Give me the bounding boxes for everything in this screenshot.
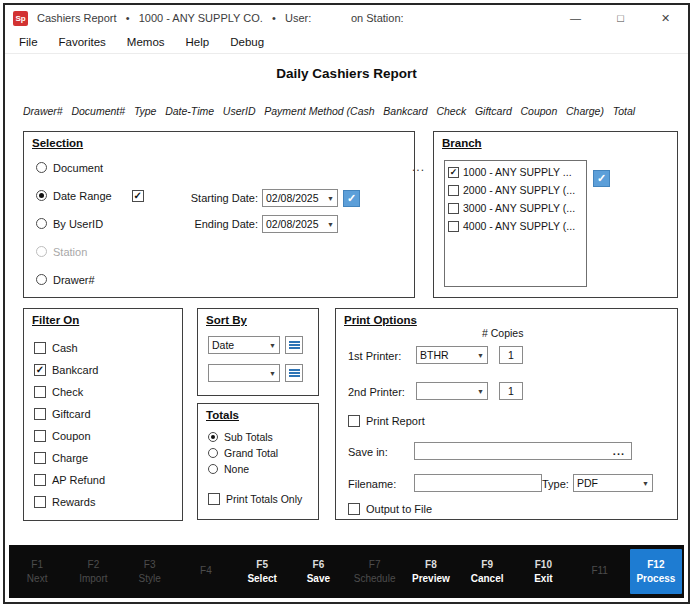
checkbox-icon (448, 167, 459, 178)
starting-date-apply-check-button[interactable]: ✓ (343, 190, 360, 207)
radio-drawer[interactable]: Drawer# (36, 272, 144, 287)
branch-item-2000-any-supply[interactable]: 2000 - ANY SUPPLY (... (448, 183, 583, 197)
menu-file[interactable]: File (19, 36, 38, 48)
chevron-down-icon: ▼ (324, 195, 337, 202)
fn-key-label: Save (307, 573, 330, 584)
fn-key-text: F11 (591, 565, 608, 576)
branch-item-label: 2000 - ANY SUPPLY (... (463, 184, 575, 196)
filter-label: Rewards (52, 496, 95, 508)
second-printer-combobox[interactable]: ▼ (416, 382, 488, 400)
sort-list-icon[interactable] (285, 364, 303, 382)
ending-date-label: Ending Date: (172, 218, 258, 230)
filter-rewards[interactable]: Rewards (34, 495, 105, 509)
filter-ap-refund[interactable]: AP Refund (34, 473, 105, 487)
menu-help[interactable]: Help (186, 36, 210, 48)
sort-by-first-combobox[interactable]: Date ▼ (208, 336, 280, 354)
totals-options: Sub TotalsGrand TotalNone (208, 431, 278, 475)
sort-by-second-combobox[interactable]: ▼ (208, 364, 280, 382)
branch-item-4000-any-supply[interactable]: 4000 - ANY SUPPLY (... (448, 219, 583, 233)
fn-f6-save[interactable]: F6Save (290, 545, 346, 598)
close-button[interactable]: ✕ (643, 5, 688, 31)
save-in-input[interactable] (415, 443, 631, 459)
first-printer-combobox[interactable]: BTHR ▼ (416, 346, 488, 364)
totals-group: Totals Sub TotalsGrand TotalNone Print T… (197, 403, 319, 520)
browse-button[interactable]: ... (610, 443, 628, 459)
minimize-button[interactable]: — (553, 5, 598, 31)
menu-favorites[interactable]: Favorites (59, 36, 106, 48)
totals-grand-total[interactable]: Grand Total (208, 447, 278, 459)
branch-listbox[interactable]: 1000 - ANY SUPPLY ...2000 - ANY SUPPLY (… (444, 160, 587, 287)
selection-branch-divider-dots: ... (412, 160, 425, 174)
checkbox-icon (448, 203, 459, 214)
print-options-group: Print Options # Copies 1st Printer: BTHR… (335, 308, 678, 520)
print-report-checkbox[interactable]: Print Report (348, 414, 425, 428)
checkbox-icon (34, 386, 46, 398)
radio-date-range[interactable]: Date Range (36, 188, 144, 203)
filter-on-group-title: Filter On (32, 314, 79, 326)
fn-f4: F4 (178, 545, 234, 598)
branch-item-3000-any-supply[interactable]: 3000 - ANY SUPPLY (... (448, 201, 583, 215)
branch-group-title: Branch (442, 137, 482, 149)
chevron-down-icon: ▼ (474, 388, 487, 395)
radio-label: Station (53, 246, 87, 258)
filter-on-list: CashBankcardCheckGiftcardCouponChargeAP … (34, 341, 105, 509)
filename-input[interactable] (414, 474, 542, 492)
filter-on-group: Filter On CashBankcardCheckGiftcardCoupo… (23, 308, 183, 521)
sort-list-icon[interactable] (285, 336, 303, 354)
filter-bankcard[interactable]: Bankcard (34, 363, 105, 377)
filter-cash[interactable]: Cash (34, 341, 105, 355)
maximize-button[interactable]: □ (598, 5, 643, 31)
starting-date-combobox[interactable]: 02/08/2025 ▼ (262, 189, 338, 207)
branch-item-1000-any-supply[interactable]: 1000 - ANY SUPPLY ... (448, 165, 583, 179)
totals-sub-totals[interactable]: Sub Totals (208, 431, 278, 443)
date-range-checkbox[interactable] (132, 190, 144, 202)
radio-label: Grand Total (224, 447, 278, 459)
fn-key-text: F4 (200, 565, 212, 576)
file-type-combobox[interactable]: PDF ▼ (573, 474, 653, 492)
sort-by-group-title: Sort By (206, 314, 247, 326)
radio-label: Document (53, 162, 103, 174)
menu-debug[interactable]: Debug (230, 36, 264, 48)
fn-key-text: F12 (647, 559, 664, 570)
filter-label: Charge (52, 452, 88, 464)
selection-options: DocumentDate RangeBy UserIDStationDrawer… (36, 160, 144, 287)
output-to-file-label: Output to File (366, 503, 432, 515)
ending-date-combobox[interactable]: 02/08/2025 ▼ (262, 215, 338, 233)
filter-check[interactable]: Check (34, 385, 105, 399)
totals-none[interactable]: None (208, 463, 278, 475)
fn-f12-process[interactable]: F12Process (628, 545, 684, 598)
radio-icon (36, 190, 47, 201)
ending-date-row: Ending Date: 02/08/2025 ▼ (172, 215, 338, 233)
fn-key-label: Next (27, 573, 48, 584)
filter-label: Check (52, 386, 83, 398)
fn-f5-select[interactable]: F5Select (234, 545, 290, 598)
second-printer-copies-input[interactable] (499, 382, 523, 400)
fn-key-label: Select (247, 573, 276, 584)
radio-label: Date Range (53, 190, 112, 202)
checkbox-icon (34, 364, 46, 376)
first-printer-copies-input[interactable] (499, 346, 523, 364)
process-button[interactable]: F12Process (630, 549, 682, 594)
filter-charge[interactable]: Charge (34, 451, 105, 465)
starting-date-row: Starting Date: 02/08/2025 ▼ ✓ (172, 189, 360, 207)
titlebar: Sp Cashiers Report • 1000 - ANY SUPPLY C… (5, 5, 688, 31)
branch-apply-check-button[interactable]: ✓ (593, 170, 610, 187)
output-to-file-checkbox[interactable]: Output to File (348, 502, 432, 516)
fn-f9-cancel[interactable]: F9Cancel (459, 545, 515, 598)
radio-document[interactable]: Document (36, 160, 144, 175)
checkbox-icon (34, 474, 46, 486)
sort-by-first-value: Date (209, 339, 266, 351)
radio-icon (208, 448, 218, 458)
fn-f10-exit[interactable]: F10Exit (515, 545, 571, 598)
chevron-down-icon: ▼ (266, 370, 279, 377)
print-options-group-title: Print Options (344, 314, 417, 326)
filter-giftcard[interactable]: Giftcard (34, 407, 105, 421)
menu-memos[interactable]: Memos (127, 36, 165, 48)
print-totals-only-checkbox[interactable]: Print Totals Only (208, 492, 302, 506)
fn-f8-preview[interactable]: F8Preview (403, 545, 459, 598)
radio-by-userid[interactable]: By UserID (36, 216, 144, 231)
first-printer-value: BTHR (417, 349, 474, 361)
filter-coupon[interactable]: Coupon (34, 429, 105, 443)
fn-f3-style: F3Style (122, 545, 178, 598)
filter-label: Coupon (52, 430, 91, 442)
